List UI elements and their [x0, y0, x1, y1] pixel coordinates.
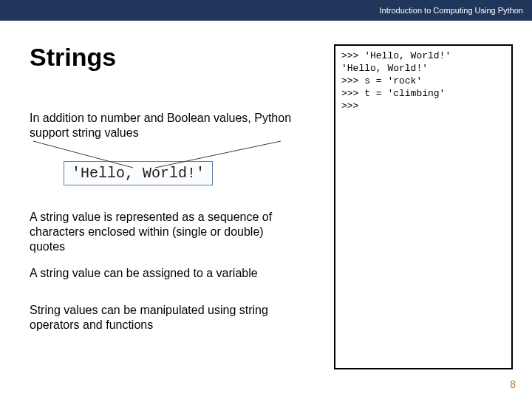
- paragraph-intro: In addition to number and Boolean values…: [30, 111, 310, 140]
- paragraph-variable: A string value can be assigned to a vari…: [30, 266, 318, 281]
- paragraph-quotes: A string value is represented as a seque…: [30, 210, 296, 254]
- python-shell-output: >>> 'Hello, World!' 'Hello, World!' >>> …: [334, 44, 513, 369]
- slide-title: Strings: [30, 43, 116, 72]
- header-bar: Introduction to Computing Using Python: [0, 0, 532, 21]
- header-title: Introduction to Computing Using Python: [380, 6, 523, 15]
- paragraph-operators: String values can be manipulated using s…: [30, 303, 296, 332]
- page-number: 8: [510, 378, 516, 390]
- code-example-box: 'Hello, World!': [64, 161, 213, 185]
- slide-content: Strings In addition to number and Boolea…: [0, 21, 532, 399]
